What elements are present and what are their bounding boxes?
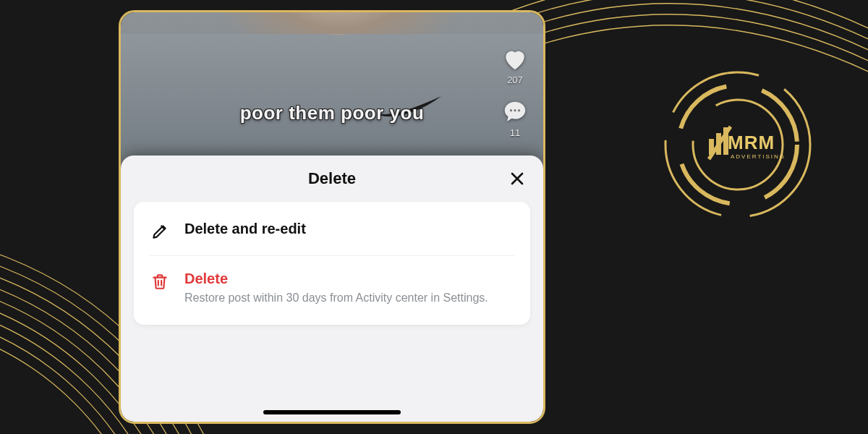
video-action-rail: 207 11 xyxy=(497,46,533,138)
svg-rect-14 xyxy=(723,127,728,155)
option-subtext: Restore post within 30 days from Activit… xyxy=(184,290,495,306)
svg-point-10 xyxy=(678,85,797,204)
brand-tagline: ADVERTISING xyxy=(731,153,786,160)
svg-point-17 xyxy=(518,109,520,111)
trash-icon xyxy=(150,272,170,291)
heart-icon xyxy=(501,46,529,73)
close-icon xyxy=(509,170,526,187)
phone-screenshot-frame: poor them poor you 207 11 Delete xyxy=(119,10,545,424)
like-button[interactable]: 207 xyxy=(501,46,529,85)
comment-icon xyxy=(501,98,529,126)
comment-button[interactable]: 11 xyxy=(501,98,529,138)
like-count: 207 xyxy=(507,75,523,85)
option-label: Delete xyxy=(184,271,514,287)
video-caption: poor them poor you xyxy=(121,102,543,124)
brand-logo: MRM ADVERTISING xyxy=(658,65,817,224)
delete-sheet: Delete Delete and re-edit Delete xyxy=(121,156,543,422)
svg-point-15 xyxy=(510,109,512,111)
edit-icon xyxy=(150,222,170,241)
home-indicator[interactable] xyxy=(263,410,401,414)
svg-point-9 xyxy=(665,72,810,217)
svg-point-16 xyxy=(514,109,516,111)
delete-and-reedit-option[interactable]: Delete and re-edit xyxy=(134,206,530,255)
svg-rect-12 xyxy=(709,139,714,155)
comment-count: 11 xyxy=(510,127,520,138)
svg-rect-13 xyxy=(716,133,721,155)
svg-point-11 xyxy=(693,100,783,190)
close-button[interactable] xyxy=(506,167,529,190)
sheet-header: Delete xyxy=(121,156,543,202)
sheet-title: Delete xyxy=(308,169,356,188)
delete-option[interactable]: Delete Restore post within 30 days from … xyxy=(150,255,514,320)
options-card: Delete and re-edit Delete Restore post w… xyxy=(134,202,530,325)
option-label: Delete and re-edit xyxy=(184,221,514,237)
brand-name: MRM xyxy=(728,133,775,152)
